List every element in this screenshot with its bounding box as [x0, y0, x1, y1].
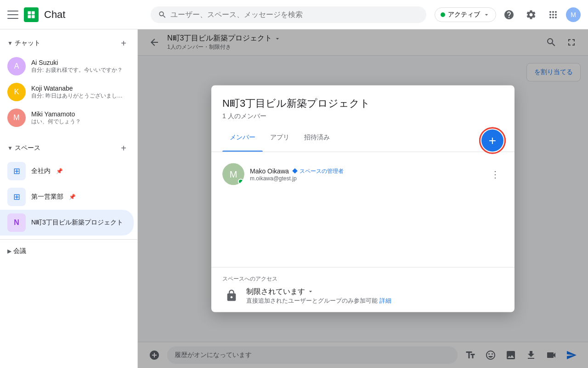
tab-apps[interactable]: アプリ: [263, 128, 297, 152]
chat-item-ai-suzuki[interactable]: A Ai Suzuki 自分: お疲れ様です。今いいですか？: [0, 53, 134, 79]
member-item-mako: M Mako Oikawa スペースの管理者 m.oikawa@gtest.jp: [222, 160, 503, 189]
topbar: Chat アクティブ M: [0, 0, 588, 29]
avatar-koji-watanabe: K: [7, 83, 26, 101]
spaces-section-title: ▼ スペース: [7, 144, 40, 152]
spaces-chevron-icon: ▼: [7, 145, 13, 151]
access-details-link[interactable]: 詳細: [379, 297, 391, 304]
online-indicator: [238, 179, 243, 184]
chat-item-miki-yamamoto[interactable]: M Miki Yamamoto はい、何でしょう？: [0, 105, 134, 131]
chevron-down-icon: [483, 11, 490, 18]
topbar-right: アクティブ M: [435, 6, 581, 24]
spaces-section-header[interactable]: ▼ スペース +: [0, 138, 137, 158]
modal-header: N町3丁目ビル新築プロジェクト 1 人のメンバー メンバー アプリ 招待済み +: [211, 86, 514, 152]
space-icon-zenshanai: ⊞: [7, 162, 26, 180]
chat-info-miki-yamamoto: Miki Yamamoto はい、何でしょう？: [31, 110, 126, 126]
chats-section-title: ▼ チャット: [7, 39, 40, 47]
topbar-left: Chat: [7, 7, 145, 22]
member-info-mako: Mako Oikawa スペースの管理者 m.oikawa@gtest.jp: [250, 167, 481, 181]
space-item-zenshanai[interactable]: ⊞ 全社内 📌: [0, 158, 134, 184]
add-space-button[interactable]: +: [117, 142, 130, 155]
main-layout: ▼ チャット + A Ai Suzuki 自分: お疲れ様です。今いいですか？ …: [0, 29, 588, 368]
sidebar: ▼ チャット + A Ai Suzuki 自分: お疲れ様です。今いいですか？ …: [0, 29, 138, 368]
chat-info-koji-watanabe: Koji Watanabe 自分: 昨日はありがとうございました...: [31, 85, 126, 100]
access-title: 制限されています: [246, 287, 503, 296]
chats-section: ▼ チャット + A Ai Suzuki 自分: お疲れ様です。今いいですか？ …: [0, 29, 137, 134]
access-item: 制限されています 直接追加されたユーザーとグループのみ参加可能 詳細: [222, 287, 503, 305]
main-content: N町3丁目ビル新築プロジェクト 1人のメンバー・制限付き を割り当てる: [138, 29, 588, 368]
meetings-section-header[interactable]: ▶ 会議: [0, 243, 137, 259]
modal-footer: スペースへのアクセス 制限されています 直接追加されたユーザーとグループのみ参加…: [211, 267, 514, 312]
space-settings-modal: N町3丁目ビル新築プロジェクト 1 人のメンバー メンバー アプリ 招待済み +: [211, 86, 514, 312]
access-info: 制限されています 直接追加されたユーザーとグループのみ参加可能 詳細: [246, 287, 503, 305]
app-title: Chat: [44, 9, 65, 21]
admin-badge: スペースの管理者: [292, 167, 344, 175]
add-member-button[interactable]: +: [481, 130, 503, 152]
tab-members[interactable]: メンバー: [222, 128, 263, 152]
meetings-section: ▶ 会議: [0, 239, 137, 263]
lock-icon: [222, 287, 241, 305]
chats-chevron-icon: ▼: [7, 40, 13, 46]
modal-subtitle: 1 人のメンバー: [222, 112, 503, 121]
svg-rect-1: [32, 11, 35, 14]
search-icon: [158, 10, 167, 19]
status-badge[interactable]: アクティブ: [435, 7, 496, 22]
chat-item-koji-watanabe[interactable]: K Koji Watanabe 自分: 昨日はありがとうございました...: [0, 79, 134, 105]
avatar-ai-suzuki: A: [7, 57, 26, 75]
svg-rect-0: [28, 11, 31, 14]
diamond-icon: [292, 168, 298, 174]
access-desc: 直接追加されたユーザーとグループのみ参加可能 詳細: [246, 296, 503, 305]
pin-icon-daiichi: 📌: [69, 194, 76, 200]
add-chat-button[interactable]: +: [117, 37, 130, 50]
menu-icon[interactable]: [7, 9, 18, 20]
search-input[interactable]: [170, 11, 419, 19]
modal-body: M Mako Oikawa スペースの管理者 m.oikawa@gtest.jp: [211, 152, 514, 267]
member-avatar-mako: M: [222, 163, 244, 185]
space-icon-n-machi: N: [7, 213, 26, 232]
space-item-n-machi[interactable]: N N町3丁目ビル新築プロジェクト: [0, 210, 134, 236]
chat-info-ai-suzuki: Ai Suzuki 自分: お疲れ様です。今いいですか？: [31, 59, 126, 74]
space-item-daiichi[interactable]: ⊞ 第一営業部 📌: [0, 184, 134, 210]
search-bar[interactable]: [151, 6, 426, 23]
avatar-miki-yamamoto: M: [7, 109, 26, 127]
modal-tabs: メンバー アプリ 招待済み +: [211, 128, 514, 152]
status-label: アクティブ: [448, 11, 480, 19]
space-icon-daiichi: ⊞: [7, 188, 26, 206]
settings-button[interactable]: [522, 6, 540, 24]
spaces-section: ▼ スペース + ⊞ 全社内 📌 ⊞ 第一営業部 📌 N N町3丁目ビル新築プロ…: [0, 134, 137, 239]
svg-rect-2: [28, 15, 31, 18]
chats-section-header[interactable]: ▼ チャット +: [0, 33, 137, 53]
tab-invited[interactable]: 招待済み: [297, 128, 337, 152]
grid-button[interactable]: [544, 6, 562, 24]
member-name-mako: Mako Oikawa スペースの管理者: [250, 167, 481, 175]
status-dot: [441, 12, 445, 17]
user-avatar[interactable]: M: [566, 7, 581, 22]
access-chevron-icon: [307, 288, 314, 295]
access-label: スペースへのアクセス: [222, 275, 503, 283]
add-member-icon: +: [489, 134, 496, 147]
svg-rect-3: [32, 15, 35, 18]
modal-title: N町3丁目ビル新築プロジェクト: [222, 97, 503, 110]
meetings-chevron-icon: ▶: [7, 248, 11, 254]
pin-icon-zenshanai: 📌: [56, 168, 63, 174]
app-logo: [24, 7, 39, 22]
member-more-button[interactable]: ⋮: [487, 166, 503, 183]
member-email-mako: m.oikawa@gtest.jp: [250, 175, 481, 181]
help-button[interactable]: [500, 6, 518, 24]
